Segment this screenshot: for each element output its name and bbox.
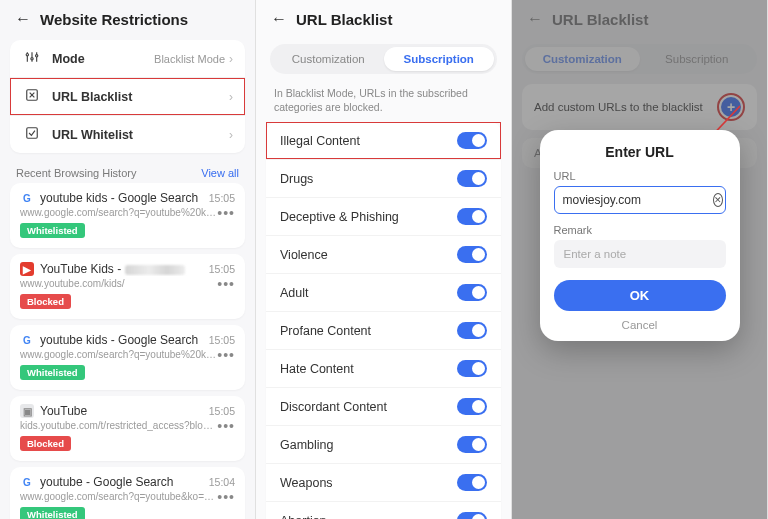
history-time: 15:04 [209,476,235,488]
category-row: Gambling [266,425,501,463]
cancel-button[interactable]: Cancel [554,319,726,331]
status-badge: Blocked [20,294,71,309]
history-time: 15:05 [209,334,235,346]
status-badge: Whitelisted [20,365,85,380]
favicon: ▶ [20,262,34,276]
page-title: Website Restrictions [40,11,188,28]
favicon: ▣ [20,404,34,418]
svg-point-5 [36,55,38,57]
category-row: Weapons [266,463,501,501]
favicon: G [20,191,34,205]
history-title: YouTube Kids - [40,262,203,276]
view-all-link[interactable]: View all [201,167,239,179]
svg-rect-9 [27,128,38,139]
category-label: Discordant Content [280,400,387,414]
row-value: Blacklist Mode [154,53,225,65]
category-label: Abortion [280,514,327,519]
chevron-right-icon: › [229,52,233,66]
modal-heading: Enter URL [554,144,726,160]
more-icon[interactable]: ••• [217,422,235,430]
svg-point-3 [26,54,28,56]
toggle-switch[interactable] [457,436,487,453]
history-time: 15:05 [209,263,235,275]
category-label: Gambling [280,438,334,452]
back-icon[interactable]: ← [270,10,288,28]
category-label: Weapons [280,476,333,490]
url-input-wrapper: ✕ [554,186,726,214]
remark-field-label: Remark [554,224,726,236]
whitelist-icon [22,126,42,143]
status-badge: Whitelisted [20,223,85,238]
status-badge: Whitelisted [20,507,85,519]
toggle-switch[interactable] [457,284,487,301]
history-item[interactable]: G youtube kids - Google Search 15:05 www… [10,183,245,248]
history-item[interactable]: G youtube kids - Google Search 15:05 www… [10,325,245,390]
ok-button[interactable]: OK [554,280,726,311]
category-label: Profane Content [280,324,371,338]
recent-section-header: Recent Browsing History View all [0,161,255,183]
history-title: YouTube [40,404,203,418]
toggle-switch[interactable] [457,322,487,339]
back-icon[interactable]: ← [14,10,32,28]
category-label: Adult [280,286,309,300]
category-list: Illegal Content Drugs Deceptive & Phishi… [266,122,501,519]
clear-icon[interactable]: ✕ [713,193,723,207]
chevron-right-icon: › [229,128,233,142]
page-title: URL Blacklist [296,11,392,28]
history-item[interactable]: G youtube - Google Search 15:04 www.goog… [10,467,245,519]
row-url-blacklist[interactable]: URL Blacklist › [10,77,245,115]
category-row: Drugs [266,159,501,197]
category-row: Hate Content [266,349,501,387]
toggle-switch[interactable] [457,170,487,187]
history-title: youtube kids - Google Search [40,191,203,205]
row-mode[interactable]: Mode Blacklist Mode › [10,40,245,77]
category-row: Deceptive & Phishing [266,197,501,235]
tab-customization[interactable]: Customization [273,47,384,71]
toggle-switch[interactable] [457,474,487,491]
history-url: www.google.com/search?q=youtube%20kids… [20,349,217,360]
toggle-switch[interactable] [457,512,487,519]
enter-url-modal: Enter URL URL ✕ Remark Enter a note OK C… [540,130,740,341]
history-url: www.google.com/search?q=youtube&ko=-1&… [20,491,217,502]
more-icon[interactable]: ••• [217,280,235,288]
toggle-switch[interactable] [457,398,487,415]
more-icon[interactable]: ••• [217,351,235,359]
url-input[interactable] [563,193,713,207]
toggle-switch[interactable] [457,360,487,377]
toggle-switch[interactable] [457,246,487,263]
category-row: Profane Content [266,311,501,349]
category-label: Drugs [280,172,313,186]
favicon: G [20,475,34,489]
category-label: Illegal Content [280,134,360,148]
tab-bar: Customization Subscription [270,44,497,74]
settings-card: Mode Blacklist Mode › URL Blacklist › UR… [10,40,245,153]
more-icon[interactable]: ••• [217,493,235,501]
history-list: G youtube kids - Google Search 15:05 www… [0,183,255,519]
history-item[interactable]: ▣ YouTube 15:05 kids.youtube.com/t/restr… [10,396,245,461]
category-row: Illegal Content [266,122,501,159]
favicon: G [20,333,34,347]
history-title: youtube - Google Search [40,475,203,489]
panel-website-restrictions: ← Website Restrictions Mode Blacklist Mo… [0,0,256,519]
row-label: URL Whitelist [52,128,229,142]
recent-label: Recent Browsing History [16,167,136,179]
more-icon[interactable]: ••• [217,209,235,217]
history-url: kids.youtube.com/t/restricted_access?blo… [20,420,217,431]
chevron-right-icon: › [229,90,233,104]
history-time: 15:05 [209,405,235,417]
sliders-icon [22,50,42,67]
category-row: Discordant Content [266,387,501,425]
tab-subscription[interactable]: Subscription [384,47,495,71]
toggle-switch[interactable] [457,132,487,149]
url-field-label: URL [554,170,726,182]
row-url-whitelist[interactable]: URL Whitelist › [10,115,245,153]
history-time: 15:05 [209,192,235,204]
history-url: www.google.com/search?q=youtube%20kids… [20,207,217,218]
remark-input[interactable]: Enter a note [554,240,726,268]
history-title: youtube kids - Google Search [40,333,203,347]
panel-url-blacklist-customization: ← URL Blacklist Customization Subscripti… [512,0,768,519]
history-item[interactable]: ▶ YouTube Kids - 15:05 www.youtube.com/k… [10,254,245,319]
blacklist-icon [22,88,42,105]
header: ← URL Blacklist [256,0,511,40]
toggle-switch[interactable] [457,208,487,225]
